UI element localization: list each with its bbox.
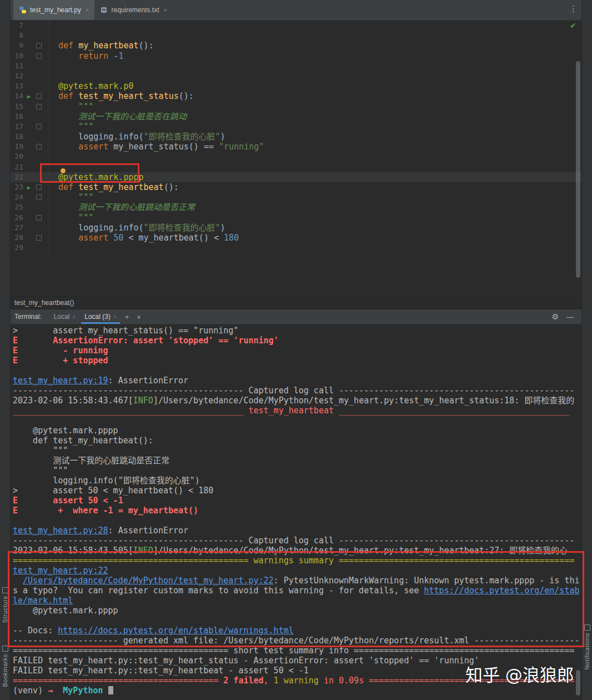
line-number: 7 — [10, 21, 23, 31]
terminal-line — [13, 366, 582, 376]
line-number: 23 — [10, 182, 23, 192]
terminal-line: E assert 50 < -1 — [13, 496, 582, 506]
gutter[interactable]: 19 — [10, 142, 49, 152]
gutter[interactable]: 7 — [10, 21, 49, 31]
run-test-icon[interactable]: ▶ — [27, 93, 31, 99]
code-text: return -1 — [49, 51, 123, 61]
gutter[interactable]: 15 — [10, 102, 49, 112]
code-text: assert 50 < my_heartbeat() < 180 — [49, 233, 239, 243]
run-test-icon[interactable]: ▶ — [27, 184, 31, 191]
gutter[interactable]: 20 — [10, 152, 49, 162]
gutter[interactable]: 29 — [10, 243, 49, 253]
toolwindow-button-structure[interactable]: Structure — [0, 585, 10, 623]
gutter[interactable]: 18 — [10, 132, 49, 142]
gutter[interactable]: 28 — [10, 233, 49, 243]
code-line-11: 11 — [10, 61, 582, 71]
terminal-tab-Local (3)[interactable]: Local (3)× — [80, 309, 121, 324]
gutter[interactable]: 23▶ — [10, 182, 49, 192]
editor-tab-test_my_heart.py[interactable]: test_my_heart.py× — [13, 0, 94, 20]
tab-close-icon[interactable]: × — [113, 314, 117, 320]
tab-close-icon[interactable]: × — [164, 7, 167, 13]
line-number: 8 — [10, 31, 23, 41]
hide-toolwindow-icon[interactable]: — — [566, 313, 574, 321]
code-text — [49, 162, 58, 172]
code-line-27: 27 logging.info("即将检查我的心脏") — [10, 223, 582, 233]
code-text: @pytest.mark.p0 — [49, 81, 133, 91]
terminal-link[interactable]: test_my_heart.py:19 — [13, 376, 108, 386]
code-text: 测试一下我的心脏是否在跳动 — [49, 112, 187, 122]
line-number: 20 — [10, 152, 23, 162]
fold-icon[interactable] — [36, 235, 42, 241]
gutter[interactable]: 25 — [10, 202, 49, 212]
terminal-line: --------------------- generated xml file… — [13, 636, 582, 646]
terminal-link[interactable]: test_my_heart.py:28 — [13, 526, 108, 536]
tab-label: requirements.txt — [111, 6, 159, 14]
fold-icon[interactable] — [36, 184, 42, 190]
editor-context-breadcrumb: test_my_heartbeat() — [10, 296, 582, 309]
settings-gear-icon[interactable]: ⚙ — [551, 312, 559, 321]
gutter[interactable]: 26 — [10, 213, 49, 223]
tab-close-icon[interactable]: × — [86, 7, 89, 13]
gutter[interactable]: 9 — [10, 41, 49, 51]
gutter[interactable]: 12 — [10, 71, 49, 81]
notifications-label: Notifications — [584, 633, 590, 669]
chevron-down-icon[interactable]: ∨ — [137, 314, 141, 320]
gutter[interactable]: 13 — [10, 81, 49, 91]
terminal-line: ========================================… — [13, 646, 582, 656]
gutter[interactable]: 14▶ — [10, 91, 49, 101]
terminal-line: 2023-02-06 15:58:43.505[INFO]/Users/byte… — [13, 546, 582, 556]
fold-icon[interactable] — [36, 124, 42, 129]
code-text: def test_my_heart_status(): — [49, 91, 194, 101]
code-line-7: 7 — [10, 21, 582, 31]
gutter[interactable]: 27 — [10, 223, 49, 233]
fold-icon[interactable] — [36, 43, 42, 48]
gutter[interactable]: 16 — [10, 112, 49, 122]
notifications-icon — [584, 624, 590, 631]
terminal-line: (venv) → MyPython — [13, 686, 582, 696]
terminal-link[interactable]: /Users/bytedance/Code/MyPython/test_my_h… — [23, 576, 274, 586]
fold-icon[interactable] — [36, 93, 42, 99]
code-editor[interactable]: 789def my_heartbeat():10 return -1111213… — [10, 21, 582, 296]
terminal-scrollbar[interactable] — [576, 670, 580, 696]
terminal-line: > assert my_heart_status() == "running" — [13, 326, 582, 336]
terminal-tab-label: Local (3) — [84, 313, 111, 321]
fold-icon[interactable] — [36, 215, 42, 221]
terminal-tab-Local[interactable]: Local× — [49, 309, 81, 324]
terminal-line: le/mark.html — [13, 596, 582, 606]
more-options-icon[interactable]: ⋮ — [569, 4, 578, 14]
gutter[interactable]: 17 — [10, 122, 49, 132]
terminal-link[interactable]: https://docs.pytest.org/en/stab — [424, 586, 580, 596]
gutter[interactable]: 24 — [10, 192, 49, 202]
line-number: 11 — [10, 61, 23, 71]
gutter[interactable]: 10 — [10, 51, 49, 61]
main-area: test_my_heart.py×requirements.txt×⋮ 789d… — [10, 0, 582, 700]
code-text: @pytest.mark.pppp — [49, 172, 144, 182]
editor-scrollbar[interactable] — [576, 61, 580, 278]
fold-icon[interactable] — [36, 104, 42, 109]
terminal-link[interactable]: test_my_heart.py:22 — [13, 566, 108, 576]
right-toolwindow-bar: Notifications — [581, 0, 592, 700]
terminal-link[interactable]: le/mark.html — [13, 596, 73, 606]
terminal-output[interactable]: > assert my_heart_status() == "running"E… — [10, 324, 582, 700]
code-text: def my_heartbeat(): — [49, 41, 154, 51]
toolwindow-button-bookmarks[interactable]: Bookmarks — [0, 643, 10, 687]
fold-icon[interactable] — [36, 194, 42, 200]
toolwindow-button-notifications[interactable]: Notifications — [582, 622, 592, 669]
line-number: 13 — [10, 81, 23, 91]
code-line-22: 22@pytest.mark.pppp — [10, 172, 582, 182]
terminal-link[interactable]: https://docs.pytest.org/en/stable/warnin… — [58, 626, 293, 636]
gutter[interactable]: 8 — [10, 31, 49, 41]
bookmarks-icon — [2, 646, 8, 652]
editor-tab-requirements.txt[interactable]: requirements.txt× — [94, 0, 172, 20]
new-session-icon[interactable]: + — [125, 313, 129, 321]
fold-icon[interactable] — [36, 53, 42, 59]
line-number: 12 — [10, 71, 23, 81]
line-number: 26 — [10, 213, 23, 223]
gutter[interactable]: 11 — [10, 61, 49, 71]
gutter[interactable]: 21 — [10, 162, 49, 172]
code-line-10: 10 return -1 — [10, 51, 582, 61]
fold-icon[interactable] — [36, 144, 42, 149]
gutter[interactable]: 22 — [10, 172, 49, 182]
code-text: def test_my_heartbeat(): — [49, 182, 179, 192]
tab-close-icon[interactable]: × — [72, 314, 76, 320]
